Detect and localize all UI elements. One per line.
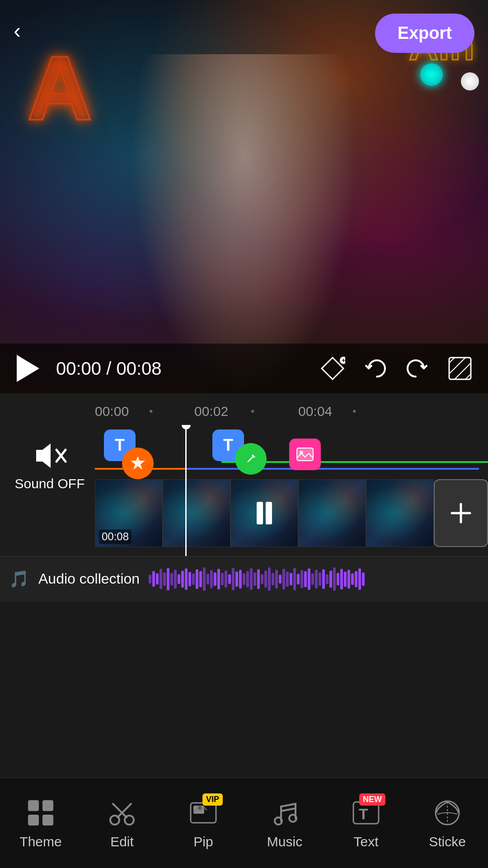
time-mark-4: 00:04 <box>298 404 332 419</box>
theme-label: Theme <box>19 834 61 849</box>
toolbar-item-pip[interactable]: VIP Pip <box>163 788 244 859</box>
text-label: Text <box>353 834 378 849</box>
audio-waveform <box>149 566 479 593</box>
video-preview: A Ain ‹ Export 00:00 / 00:08 + <box>0 0 488 393</box>
toolbar-item-text[interactable]: T NEW Text <box>325 788 407 859</box>
neon-dot-teal <box>420 63 443 86</box>
music-label: Music <box>267 834 302 849</box>
sound-control[interactable]: Sound OFF <box>9 425 90 506</box>
neon-dot-white <box>461 72 479 90</box>
toolbar-item-sticker[interactable]: Sticke <box>407 788 488 859</box>
sound-label: Sound OFF <box>14 476 84 491</box>
time-ruler: 00:00 00:02 00:04 • • • <box>0 398 488 425</box>
svg-rect-8 <box>297 448 313 461</box>
video-thumb-4[interactable] <box>298 479 366 547</box>
video-strip: 00:08 <box>95 479 488 547</box>
svg-marker-0 <box>17 355 39 382</box>
aspect-ratio-button[interactable] <box>446 354 474 383</box>
svg-rect-15 <box>28 815 39 826</box>
audio-label: Audio collection <box>38 571 140 587</box>
keyframe-button[interactable]: + <box>318 354 347 383</box>
toolbar-item-theme[interactable]: Theme <box>0 788 81 859</box>
image-chip-1[interactable] <box>289 439 321 470</box>
new-badge: NEW <box>359 793 385 806</box>
redo-button[interactable] <box>403 354 432 383</box>
playhead[interactable] <box>185 425 187 556</box>
time-mark-2: 00:02 <box>194 404 228 419</box>
video-thumb-5[interactable] <box>366 479 434 547</box>
bottom-toolbar: Theme Edit VIP Pip <box>0 778 488 868</box>
sound-icon <box>32 440 68 472</box>
svg-rect-3 <box>449 358 471 379</box>
track-container: Sound OFF T T <box>0 425 488 556</box>
back-button[interactable]: ‹ <box>14 18 21 43</box>
audio-bar[interactable]: 🎵 Audio collection <box>0 556 488 601</box>
toolbar-item-music[interactable]: Music <box>244 788 325 859</box>
theme-icon <box>25 797 56 829</box>
scissors-icon <box>106 797 138 829</box>
annotations-layer: T T <box>95 425 488 479</box>
sticker-label: Sticke <box>429 834 466 849</box>
svg-text:+: + <box>342 357 345 364</box>
video-timestamp: 00:08 <box>99 529 131 544</box>
play-button[interactable] <box>14 354 42 383</box>
neon-decoration-a: A <box>27 36 92 140</box>
video-thumb-3[interactable] <box>230 479 298 547</box>
svg-rect-13 <box>28 800 39 811</box>
timeline-area: 00:00 00:02 00:04 • • • Sound OFF <box>0 393 488 601</box>
edit-label: Edit <box>110 834 134 849</box>
svg-marker-6 <box>131 456 145 470</box>
person-silhouette <box>131 54 357 393</box>
sticker-icon <box>432 797 463 829</box>
vip-badge: VIP <box>202 793 223 806</box>
pip-icon: VIP <box>188 797 219 829</box>
time-mark-0: 00:00 <box>95 404 129 419</box>
music-icon <box>269 797 300 829</box>
toolbar-item-edit[interactable]: Edit <box>81 788 163 859</box>
svg-text:T: T <box>359 805 368 822</box>
text-icon: T NEW <box>350 797 382 829</box>
effect-chip-1[interactable] <box>122 448 154 479</box>
time-display: 00:00 / 00:08 <box>56 359 305 379</box>
svg-rect-14 <box>42 800 53 811</box>
edit-chip-1[interactable] <box>235 443 267 475</box>
svg-rect-16 <box>42 815 53 826</box>
svg-line-24 <box>281 808 296 811</box>
export-button[interactable]: Export <box>375 14 474 53</box>
video-thumb-2[interactable] <box>163 479 230 547</box>
playback-bar: 00:00 / 00:08 + <box>0 344 488 393</box>
pip-label: Pip <box>193 834 213 849</box>
video-thumb-1[interactable]: 00:08 <box>95 479 163 547</box>
undo-button[interactable] <box>361 354 389 383</box>
add-clip-button[interactable] <box>434 479 488 547</box>
